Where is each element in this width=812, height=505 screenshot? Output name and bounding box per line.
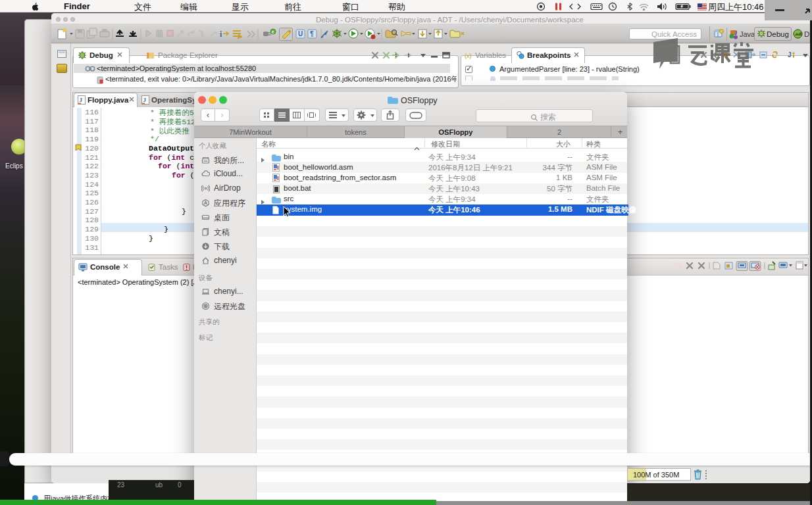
svg-text:(x): (x): [465, 53, 472, 59]
svg-text:i: i: [220, 30, 222, 39]
svg-text:¶: ¶: [310, 30, 314, 37]
svg-text:J: J: [143, 97, 147, 103]
svg-text:J: J: [788, 51, 792, 59]
svg-text:e: e: [272, 30, 274, 34]
svg-text:J: J: [80, 97, 83, 103]
svg-text:U: U: [298, 30, 303, 37]
